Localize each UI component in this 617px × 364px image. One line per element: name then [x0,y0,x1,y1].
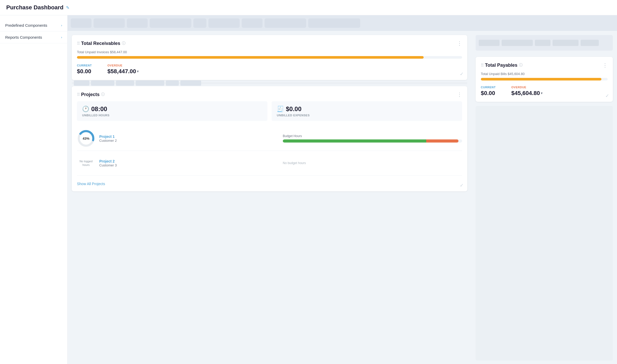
drag-seg-2 [94,18,125,28]
project-1-customer: Customer 2 [99,139,279,143]
receivables-overdue-value: $58,447.00 ▾ [107,68,139,75]
sidebar-item-predefined[interactable]: Predefined Components › [0,19,67,31]
receivables-card: ⠿ Total Receivables ⓘ ⋮ Total Unpaid Inv… [72,35,467,80]
payables-more-icon[interactable]: ⋮ [602,62,608,68]
receivables-check-icon: ✓ [460,71,464,77]
sidebar-item-reports-label: Reports Components [5,35,42,39]
drag-seg-5 [193,18,206,28]
project-1-name[interactable]: Project 1 [99,134,279,139]
projects-info-icon[interactable]: ⓘ [101,92,105,97]
project-2-customer: Customer 3 [99,163,279,167]
project-1-budget: Budget Hours [283,134,462,143]
payables-progress-fill [481,78,601,80]
sidebar: Predefined Components › Reports Componen… [0,15,68,364]
payables-current-label: CURRENT [481,86,496,89]
payables-info-icon[interactable]: ⓘ [519,63,523,68]
unbilled-hours-label: UNBILLED HOURS [82,114,262,117]
projects-drag-icon: ⠿ [77,92,80,97]
show-all-link[interactable]: Show All Projects [77,182,105,186]
receivables-card-header: ⠿ Total Receivables ⓘ ⋮ [77,40,462,46]
payables-unpaid-label: Total Unpaid Bills $45,604.80 [481,72,608,76]
payables-title-group: ⠿ Total Payables ⓘ [481,63,523,68]
receivables-amounts-row: CURRENT $0.00 OVERDUE $58,447.00 ▾ [77,64,462,75]
receivables-drag-icon: ⠿ [77,41,80,46]
clock-icon: 🕐 [82,106,89,112]
project-1-bar-orange [426,139,458,143]
sidebar-chevron-reports: › [61,35,62,39]
edit-icon[interactable]: ✎ [66,5,69,10]
receivables-current-label: CURRENT [77,64,92,67]
drag-seg-4 [150,18,191,28]
drag-seg-1 [71,18,91,28]
payables-amounts-row: CURRENT $0.00 OVERDUE $45,604.80 ▾ [481,86,608,97]
payables-card: ⠿ Total Payables ⓘ ⋮ Total Unpaid Bills … [476,57,613,102]
projects-card-header: ⠿ Projects ⓘ ⋮ [77,91,462,98]
project-1-pct-label: 43% [83,137,89,140]
drag-seg-6 [208,18,240,28]
receivables-current-group: CURRENT $0.00 [77,64,92,75]
receivables-title: Total Receivables [81,41,120,46]
right-top-drag-bar [476,35,613,51]
payables-overdue-label: OVERDUE [511,86,542,89]
project-2-budget: No budget hours [283,161,462,165]
page-header: Purchase Dashboard ✎ [0,0,617,15]
sidebar-item-reports[interactable]: Reports Components › [0,31,67,43]
right-bottom-placeholder [476,106,613,361]
page-title: Purchase Dashboard [6,4,63,11]
receivables-unpaid-label: Total Unpaid Invoices $58,447.00 [77,50,462,54]
payables-overdue-arrow[interactable]: ▾ [541,91,542,95]
payables-current-group: CURRENT $0.00 [481,86,496,97]
projects-stats-row: 🕐 08:00 UNBILLED HOURS 🧾 $0.00 UNBILLED … [77,101,462,121]
unbilled-hours-main: 🕐 08:00 [82,105,262,113]
receivables-progress-bar [77,56,462,59]
project-1-donut: 43% [77,129,95,147]
project-row-1: 43% Project 1 Customer 2 Budget Hours [77,126,462,151]
payables-progress-bar [481,78,608,80]
project-2-no-budget-label: No budget hours [283,161,462,165]
drag-seg-9 [308,18,360,28]
payables-check-icon: ✓ [605,93,609,99]
project-2-info: Project 2 Customer 3 [99,159,279,167]
project-1-budget-label: Budget Hours [283,134,462,138]
projects-title-group: ⠿ Projects ⓘ [77,92,105,97]
project-1-bar-green [283,139,426,143]
receivables-more-icon[interactable]: ⋮ [457,40,462,46]
payables-drag-icon: ⠿ [481,63,483,68]
project-1-budget-bar [283,139,462,143]
unbilled-expenses-label: UNBILLED EXPENSES [277,114,457,117]
projects-card: ⠿ Projects ⓘ ⋮ 🕐 08:00 [72,86,467,191]
content-area: ⠿ Total Receivables ⓘ ⋮ Total Unpaid Inv… [68,15,617,364]
unbilled-hours-box: 🕐 08:00 UNBILLED HOURS [77,101,267,121]
receivables-overdue-group: OVERDUE $58,447.00 ▾ [107,64,139,75]
project-2-no-hours: No logged hours [77,154,95,172]
drag-seg-3 [127,18,148,28]
project-1-info: Project 1 Customer 2 [99,134,279,143]
receivables-overdue-label: OVERDUE [107,64,139,67]
mid-drag-bar [72,82,467,84]
right-column: ⠿ Total Payables ⓘ ⋮ Total Unpaid Bills … [471,31,617,364]
payables-overdue-value: $45,604.80 ▾ [511,90,542,97]
unbilled-hours-value: 08:00 [91,105,107,113]
receivables-title-group: ⠿ Total Receivables ⓘ [77,41,126,46]
drag-seg-8 [265,18,306,28]
payables-overdue-group: OVERDUE $45,604.80 ▾ [511,86,542,97]
sidebar-item-predefined-label: Predefined Components [5,23,47,28]
show-all-wrapper: Show All Projects [77,180,462,186]
receivables-progress-fill [77,56,424,59]
sidebar-chevron-predefined: › [61,23,62,27]
projects-check-icon: ✓ [460,183,464,188]
main-layout: Predefined Components › Reports Componen… [0,15,617,364]
payables-card-header: ⠿ Total Payables ⓘ ⋮ [481,62,608,68]
project-2-name[interactable]: Project 2 [99,159,279,163]
receivables-overdue-arrow[interactable]: ▾ [137,70,139,73]
receivables-info-icon[interactable]: ⓘ [122,41,126,46]
projects-more-icon[interactable]: ⋮ [457,91,462,98]
receivables-current-value: $0.00 [77,68,92,75]
unbilled-expenses-main: 🧾 $0.00 [277,105,457,113]
unbilled-expenses-box: 🧾 $0.00 UNBILLED EXPENSES [272,101,462,121]
left-column: ⠿ Total Receivables ⓘ ⋮ Total Unpaid Inv… [68,31,471,364]
unbilled-expenses-value: $0.00 [286,105,301,113]
drag-seg-7 [242,18,262,28]
receipt-icon: 🧾 [277,106,284,112]
project-2-no-hours-label: No logged hours [77,159,95,167]
